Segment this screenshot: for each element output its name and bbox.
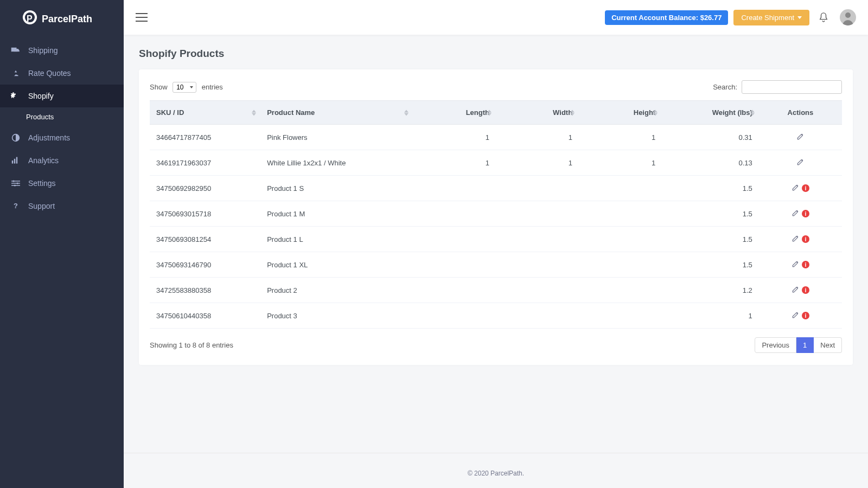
- cell-sku: 34619171963037: [150, 150, 260, 176]
- sidebar-item-adjustments[interactable]: Adjustments: [0, 126, 124, 149]
- cell-weight: 1.5: [662, 201, 759, 227]
- warning-icon[interactable]: i: [802, 184, 809, 192]
- page-1-button[interactable]: 1: [796, 337, 814, 353]
- cell-height: [579, 201, 662, 227]
- search-input[interactable]: [742, 80, 842, 94]
- cell-weight: 1.2: [662, 278, 759, 303]
- warning-icon[interactable]: i: [802, 261, 809, 268]
- cell-height: [579, 176, 662, 201]
- svg-rect-7: [16, 157, 17, 164]
- cell-actions: [759, 125, 842, 150]
- col-height[interactable]: Height: [579, 101, 662, 125]
- warning-icon[interactable]: i: [802, 312, 809, 319]
- edit-icon[interactable]: [792, 209, 800, 219]
- cell-weight: 0.31: [662, 125, 759, 150]
- cell-actions: i: [759, 227, 842, 252]
- cell-sku: 34750692982950: [150, 176, 260, 201]
- table-row: 34750693081254Product 1 L1.5i: [150, 227, 842, 252]
- svg-rect-6: [14, 159, 15, 164]
- svg-point-9: [17, 182, 18, 184]
- cell-height: [579, 252, 662, 278]
- warning-icon[interactable]: i: [802, 286, 809, 294]
- cell-width: [496, 201, 579, 227]
- footer: © 2020 ParcelPath.: [124, 453, 868, 488]
- search-label: Search:: [713, 83, 737, 91]
- next-button[interactable]: Next: [814, 337, 842, 353]
- col-actions: Actions: [759, 101, 842, 125]
- col-length[interactable]: Length: [413, 101, 496, 125]
- svg-point-10: [14, 184, 16, 186]
- table-row: 34619171963037White Lillie 1x2x1 / White…: [150, 150, 842, 176]
- cell-actions: i: [759, 278, 842, 303]
- warning-icon[interactable]: i: [802, 210, 809, 217]
- table-info: Showing 1 to 8 of 8 entries: [150, 341, 233, 349]
- cell-actions: i: [759, 201, 842, 227]
- table-row: 34750693015718Product 1 M1.5i: [150, 201, 842, 227]
- cell-length: [413, 176, 496, 201]
- create-shipment-button[interactable]: Create Shipment: [733, 10, 809, 25]
- cell-name: Product 3: [260, 303, 413, 329]
- cell-name: Product 1 XL: [260, 252, 413, 278]
- cell-width: [496, 227, 579, 252]
- col-weight[interactable]: Weight (lbs): [662, 101, 759, 125]
- user-avatar[interactable]: [840, 9, 856, 25]
- sidebar-item-analytics[interactable]: Analytics: [0, 149, 124, 172]
- hand-icon: [11, 68, 21, 78]
- col-sku[interactable]: SKU / ID: [150, 101, 260, 125]
- col-width[interactable]: Width: [496, 101, 579, 125]
- cell-length: [413, 278, 496, 303]
- notifications-icon[interactable]: [813, 12, 834, 23]
- svg-point-2: [12, 52, 14, 53]
- sidebar-item-settings[interactable]: Settings: [0, 172, 124, 195]
- edit-icon[interactable]: [792, 311, 800, 320]
- cell-sku: 34725583880358: [150, 278, 260, 303]
- cell-height: [579, 227, 662, 252]
- cell-actions: i: [759, 303, 842, 329]
- products-table: SKU / ID Product Name Length Width Heigh…: [150, 100, 842, 329]
- edit-icon[interactable]: [792, 183, 800, 193]
- prev-button[interactable]: Previous: [755, 337, 796, 353]
- cell-length: [413, 227, 496, 252]
- cell-name: Pink Flowers: [260, 125, 413, 150]
- edit-icon[interactable]: [796, 132, 805, 142]
- sidebar-subitem-products[interactable]: Products: [0, 107, 124, 126]
- sidebar-item-support[interactable]: ? Support: [0, 195, 124, 217]
- col-name[interactable]: Product Name: [260, 101, 413, 125]
- balance-pill[interactable]: Current Account Balance: $26.77: [605, 10, 728, 25]
- edit-icon[interactable]: [792, 285, 800, 295]
- warning-icon[interactable]: i: [802, 235, 809, 243]
- menu-toggle-icon[interactable]: [136, 13, 148, 22]
- sidebar-item-shipping[interactable]: Shipping: [0, 39, 124, 62]
- table-row: 34664717877405Pink Flowers1110.31: [150, 125, 842, 150]
- cell-width: [496, 278, 579, 303]
- edit-icon[interactable]: [796, 158, 805, 168]
- sidebar-label: Rate Quotes: [28, 69, 71, 78]
- edit-icon[interactable]: [792, 260, 800, 269]
- cell-height: [579, 303, 662, 329]
- sidebar-item-shopify[interactable]: Shopify: [0, 85, 124, 107]
- copyright: © 2020 ParcelPath.: [468, 470, 524, 477]
- sidebar-label: Support: [28, 202, 55, 210]
- cell-weight: 1.5: [662, 227, 759, 252]
- chevron-down-icon: [797, 16, 802, 19]
- cell-length: [413, 303, 496, 329]
- entries-select[interactable]: 10: [173, 82, 196, 93]
- products-card: Show 10 entries Search:: [139, 69, 853, 365]
- brand-logo[interactable]: PParcelPath: [0, 0, 124, 39]
- sidebar-label: Shipping: [28, 46, 58, 55]
- cell-name: White Lillie 1x2x1 / White: [260, 150, 413, 176]
- edit-icon[interactable]: [792, 234, 800, 244]
- cell-weight: 1: [662, 303, 759, 329]
- svg-point-8: [12, 180, 14, 182]
- cell-height: [579, 278, 662, 303]
- contrast-icon: [11, 133, 21, 143]
- sliders-icon: [11, 178, 21, 188]
- svg-text:P: P: [27, 14, 33, 23]
- cell-length: [413, 252, 496, 278]
- question-icon: ?: [11, 201, 21, 211]
- cell-length: [413, 201, 496, 227]
- sidebar-label: Analytics: [28, 156, 59, 165]
- cell-height: 1: [579, 125, 662, 150]
- cell-sku: 34750693081254: [150, 227, 260, 252]
- sidebar-item-rate-quotes[interactable]: Rate Quotes: [0, 62, 124, 85]
